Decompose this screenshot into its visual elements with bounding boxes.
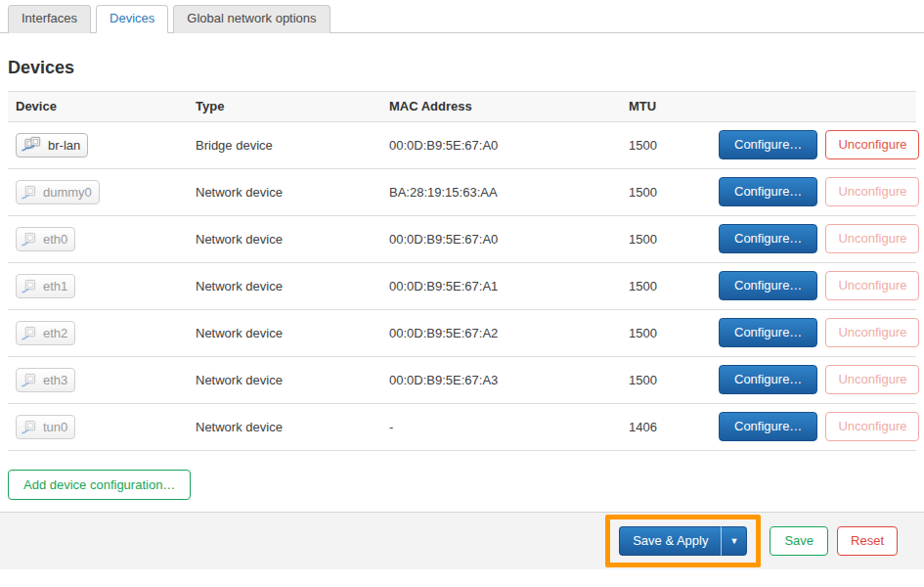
device-mac: 00:0D:B9:5E:67:A2 [389, 326, 629, 340]
table-row: tun0 Network device - 1406 Configure… Un… [8, 404, 916, 451]
device-badge: tun0 [16, 415, 75, 439]
device-mtu: 1500 [629, 373, 719, 387]
configure-button[interactable]: Configure… [719, 318, 817, 347]
device-name: eth0 [43, 232, 67, 247]
ethernet-port-icon [22, 231, 38, 248]
tab-bar: Interfaces Devices Global network option… [0, 0, 924, 33]
device-type: Network device [196, 185, 389, 200]
configure-button[interactable]: Configure… [719, 271, 817, 300]
configure-button[interactable]: Configure… [719, 130, 817, 159]
device-name: dummy0 [43, 185, 92, 200]
tab-devices[interactable]: Devices [96, 5, 168, 33]
unconfigure-button[interactable]: Unconfigure [825, 412, 919, 441]
tab-interfaces[interactable]: Interfaces [8, 5, 91, 33]
device-mac: 00:0D:B9:5E:67:A0 [389, 232, 629, 247]
page-title: Devices [8, 58, 916, 78]
device-name: br-lan [48, 138, 80, 153]
ethernet-port-icon [22, 419, 38, 435]
ethernet-port-icon [22, 325, 38, 341]
unconfigure-button[interactable]: Unconfigure [825, 224, 919, 253]
device-name: tun0 [43, 420, 67, 434]
save-button[interactable]: Save [770, 526, 828, 556]
column-header-mac: MAC Address [389, 99, 629, 113]
device-mtu: 1500 [629, 279, 719, 294]
footer-action-bar: Save & Apply ▼ Save Reset [0, 512, 924, 569]
device-mac: 00:0D:B9:5E:67:A0 [389, 138, 629, 153]
device-type: Bridge device [196, 138, 389, 153]
unconfigure-button[interactable]: Unconfigure [825, 318, 919, 347]
table-row: br-lan Bridge device 00:0D:B9:5E:67:A0 1… [8, 122, 916, 169]
save-apply-button[interactable]: Save & Apply [619, 526, 721, 556]
device-type: Network device [196, 373, 389, 387]
column-header-device: Device [16, 99, 196, 113]
ethernet-port-icon [22, 184, 38, 201]
table-header-row: Device Type MAC Address MTU [8, 91, 916, 122]
table-row: eth0 Network device 00:0D:B9:5E:67:A0 15… [8, 216, 916, 263]
ethernet-port-icon [22, 372, 38, 388]
device-mac: 00:0D:B9:5E:67:A3 [389, 373, 629, 387]
unconfigure-button[interactable]: Unconfigure [825, 130, 919, 159]
save-apply-dropdown-button[interactable]: ▼ [721, 526, 747, 556]
column-header-mtu: MTU [629, 99, 719, 113]
configure-button[interactable]: Configure… [719, 365, 817, 394]
unconfigure-button[interactable]: Unconfigure [825, 177, 919, 206]
devices-table: Device Type MAC Address MTU br-lan Bridg… [8, 91, 916, 451]
tab-global-network-options[interactable]: Global network options [173, 5, 330, 33]
device-badge: eth2 [16, 321, 75, 345]
table-row: eth1 Network device 00:0D:B9:5E:67:A1 15… [8, 263, 916, 310]
device-mtu: 1500 [629, 232, 719, 247]
device-badge: eth3 [16, 368, 75, 392]
device-type: Network device [196, 279, 389, 294]
device-type: Network device [196, 420, 389, 434]
device-badge: eth0 [16, 227, 75, 251]
table-row: eth3 Network device 00:0D:B9:5E:67:A3 15… [8, 357, 916, 404]
unconfigure-button[interactable]: Unconfigure [825, 365, 919, 394]
device-name: eth2 [43, 326, 67, 340]
reset-button[interactable]: Reset [837, 526, 898, 556]
ethernet-port-icon [22, 278, 38, 294]
device-badge: eth1 [16, 274, 75, 298]
device-type: Network device [196, 232, 389, 247]
caret-down-icon: ▼ [729, 536, 738, 546]
device-badge: dummy0 [16, 180, 100, 204]
save-apply-split-button: Save & Apply ▼ [619, 526, 747, 556]
add-device-configuration-button[interactable]: Add device configuration… [8, 470, 191, 501]
device-mtu: 1500 [629, 326, 719, 340]
bridge-icon [22, 137, 43, 154]
tutorial-highlight-box: Save & Apply ▼ [605, 515, 761, 567]
column-header-type: Type [196, 99, 389, 113]
device-name: eth1 [43, 279, 67, 294]
device-mtu: 1406 [629, 420, 719, 434]
device-type: Network device [196, 326, 389, 340]
device-mac: - [389, 420, 629, 434]
table-row: eth2 Network device 00:0D:B9:5E:67:A2 15… [8, 310, 916, 357]
device-badge: br-lan [16, 133, 88, 158]
configure-button[interactable]: Configure… [719, 177, 817, 206]
unconfigure-button[interactable]: Unconfigure [825, 271, 919, 300]
device-mac: 00:0D:B9:5E:67:A1 [389, 279, 629, 294]
configure-button[interactable]: Configure… [719, 224, 817, 253]
device-mac: BA:28:19:15:63:AA [389, 185, 629, 200]
device-mtu: 1500 [629, 138, 719, 153]
configure-button[interactable]: Configure… [719, 412, 817, 441]
device-mtu: 1500 [629, 185, 719, 200]
device-name: eth3 [43, 373, 67, 387]
table-row: dummy0 Network device BA:28:19:15:63:AA … [8, 169, 916, 216]
